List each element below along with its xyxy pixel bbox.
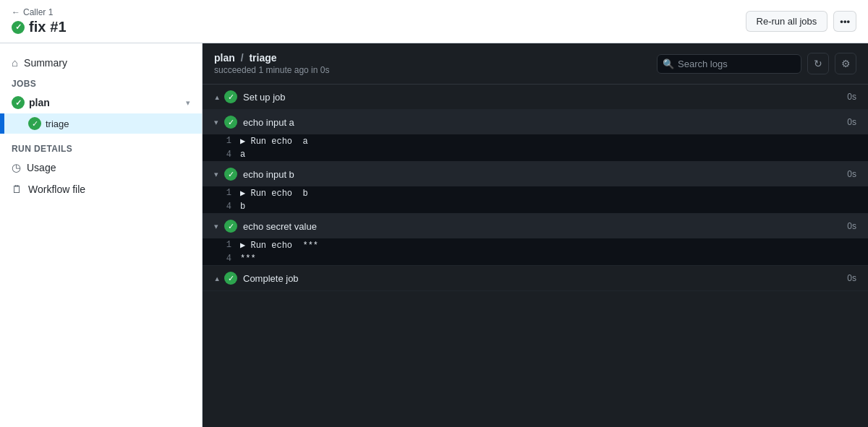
log-lines: 1▶ Run echo ***4*** (203, 238, 868, 265)
jobs-section-label: Jobs (0, 73, 202, 92)
line-number: 1 (214, 188, 231, 198)
line-content: ▶ Run echo *** (240, 240, 318, 251)
step-status-icon: ✓ (224, 220, 237, 233)
header-left: ← Caller 1 ✓ fix #1 (12, 7, 67, 35)
sidebar-item-workflow-file[interactable]: 🗒 Workflow file (0, 178, 202, 199)
step-duration: 0s (847, 221, 856, 231)
step-status-icon: ✓ (224, 168, 237, 181)
step-chevron-icon: ▾ (214, 118, 218, 127)
run-details-section-label: Run details (0, 135, 202, 157)
step-status-icon: ✓ (224, 90, 237, 103)
log-line: 4*** (203, 252, 868, 265)
breadcrumb-separator: / (241, 52, 247, 64)
usage-label: Usage (27, 162, 56, 173)
top-header: ← Caller 1 ✓ fix #1 Re-run all jobs ••• (0, 0, 868, 43)
triage-status-icon: ✓ (28, 117, 41, 130)
header-right: Re-run all jobs ••• (746, 11, 856, 32)
log-line: 1▶ Run echo b (203, 186, 868, 200)
log-lines: 1▶ Run echo a4a (203, 134, 868, 161)
settings-button[interactable]: ⚙ (835, 53, 856, 74)
breadcrumb-plan: plan (214, 52, 235, 64)
page-title: ✓ fix #1 (12, 19, 67, 35)
step-status-icon: ✓ (224, 116, 237, 129)
sidebar: ⌂ Summary Jobs ✓ plan ▾ ✓ triage Run det… (0, 43, 203, 427)
step-status-icon: ✓ (224, 272, 237, 285)
step-header-complete[interactable]: ▸✓Complete job0s (203, 266, 868, 290)
step-row: ▾✓echo input b0s1▶ Run echo b4b (203, 162, 868, 214)
step-header-echo-b[interactable]: ▾✓echo input b0s (203, 162, 868, 186)
plan-chevron-icon: ▾ (186, 98, 190, 108)
home-icon: ⌂ (12, 56, 18, 69)
step-duration: 0s (847, 117, 856, 127)
main-layout: ⌂ Summary Jobs ✓ plan ▾ ✓ triage Run det… (0, 43, 868, 427)
status-check-icon: ✓ (12, 21, 25, 34)
line-number: 4 (214, 254, 231, 264)
step-duration: 0s (847, 169, 856, 179)
title-number: #1 (50, 19, 66, 35)
step-chevron-icon: ▾ (214, 222, 218, 231)
step-duration: 0s (847, 273, 856, 283)
line-number: 4 (214, 150, 231, 160)
line-content: ▶ Run echo a (240, 136, 308, 147)
step-label: echo secret value (243, 221, 317, 232)
line-content: a (240, 150, 245, 160)
breadcrumb-triage: triage (249, 52, 276, 64)
sidebar-item-usage[interactable]: ◷ Usage (0, 157, 202, 178)
refresh-button[interactable]: ↻ (807, 53, 829, 74)
gear-icon: ⚙ (841, 58, 851, 69)
search-wrap: 🔍 (657, 54, 801, 74)
back-link[interactable]: ← Caller 1 (12, 7, 67, 17)
search-input[interactable] (657, 54, 801, 74)
step-header-echo-a[interactable]: ▾✓echo input a0s (203, 110, 868, 134)
job-children-plan: ✓ triage (0, 113, 202, 134)
more-icon: ••• (840, 16, 850, 27)
step-header-setup[interactable]: ▸✓Set up job0s (203, 85, 868, 109)
back-arrow-icon: ← (12, 7, 20, 17)
step-chevron-icon: ▸ (212, 276, 221, 280)
sidebar-item-summary[interactable]: ⌂ Summary (0, 52, 202, 73)
line-content: *** (240, 254, 256, 264)
log-panel: plan / triage succeeded 1 minute ago in … (203, 43, 868, 427)
line-content: ▶ Run echo b (240, 188, 308, 199)
search-icon: 🔍 (663, 59, 674, 69)
log-breadcrumb: plan / triage (214, 52, 329, 64)
log-header: plan / triage succeeded 1 minute ago in … (203, 43, 868, 85)
log-header-info: plan / triage succeeded 1 minute ago in … (214, 52, 329, 75)
file-icon: 🗒 (12, 183, 22, 195)
line-number: 4 (214, 202, 231, 212)
more-options-button[interactable]: ••• (833, 11, 856, 32)
step-row: ▸✓Complete job0s (203, 266, 868, 291)
step-row: ▸✓Set up job0s (203, 85, 868, 110)
clock-icon: ◷ (12, 161, 21, 174)
log-line: 4a (203, 148, 868, 161)
log-body: ▸✓Set up job0s▾✓echo input a0s1▶ Run ech… (203, 85, 868, 427)
log-line: 1▶ Run echo *** (203, 238, 868, 252)
log-subtitle: succeeded 1 minute ago in 0s (214, 65, 329, 75)
step-label: echo input a (243, 117, 294, 128)
job-parent-plan[interactable]: ✓ plan ▾ (0, 92, 202, 113)
step-label: echo input b (243, 169, 294, 180)
back-link-label: Caller 1 (23, 7, 53, 17)
log-line: 1▶ Run echo a (203, 134, 868, 148)
step-header-left: ▾✓echo input a (214, 116, 294, 129)
rerun-all-jobs-button[interactable]: Re-run all jobs (746, 11, 828, 32)
log-lines: 1▶ Run echo b4b (203, 186, 868, 213)
line-content: b (240, 202, 245, 212)
step-header-left: ▾✓echo secret value (214, 220, 317, 233)
step-chevron-icon: ▾ (214, 170, 218, 179)
refresh-icon: ↻ (814, 58, 822, 69)
log-line: 4b (203, 200, 868, 213)
step-chevron-icon: ▸ (212, 95, 221, 99)
log-header-actions: 🔍 ↻ ⚙ (657, 53, 856, 74)
triage-label: triage (46, 118, 69, 129)
step-label: Complete job (243, 273, 299, 284)
step-row: ▾✓echo input a0s1▶ Run echo a4a (203, 110, 868, 162)
sidebar-item-triage[interactable]: ✓ triage (0, 113, 202, 134)
job-group-plan: ✓ plan ▾ ✓ triage (0, 92, 202, 134)
title-text: fix (29, 19, 46, 35)
step-header-left: ▸✓Complete job (214, 272, 299, 285)
step-header-echo-secret[interactable]: ▾✓echo secret value0s (203, 214, 868, 238)
summary-label: Summary (24, 57, 67, 69)
step-header-left: ▸✓Set up job (214, 90, 286, 103)
plan-status-icon: ✓ (12, 96, 25, 109)
